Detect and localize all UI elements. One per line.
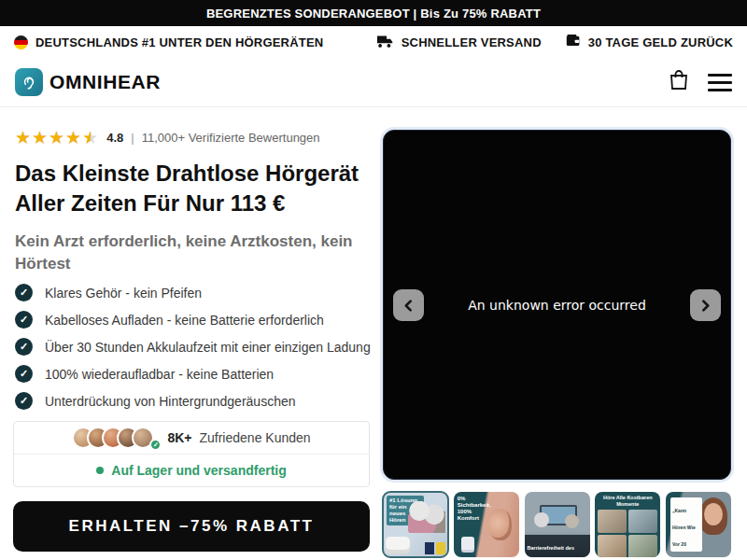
truck-icon — [376, 35, 394, 50]
rating-value: 4.8 — [106, 131, 123, 145]
reviews-count: 11,000+ Verifizierte Bewertungen — [142, 131, 320, 145]
check-icon: ✓ — [15, 284, 33, 301]
stock-status: Auf Lager und versandfertig — [111, 463, 286, 478]
usp-country-label: DEUTSCHLANDS #1 UNTER DEN HÖRGERÄTEN — [35, 35, 323, 49]
thumbnail-3[interactable]: Barrierefreiheit des täglichen Lebens — [525, 492, 590, 557]
wallet-icon — [566, 35, 581, 49]
page-subtitle: Kein Arzt erforderlich, keine Arztkosten… — [15, 231, 355, 275]
check-icon: ✓ — [15, 311, 33, 329]
usp-moneyback-label: 30 TAGE GELD ZURÜCK — [588, 35, 733, 49]
person-photo — [534, 512, 549, 527]
couple-photo — [408, 501, 445, 533]
usp-moneyback: 30 TAGE GELD ZURÜCK — [566, 35, 733, 49]
brand-wordmark: OMNIHEAR — [49, 71, 161, 93]
verified-check-icon: ✓ — [149, 439, 162, 451]
ear-photo — [487, 509, 512, 540]
benefit-item: ✓ Unterdrückung von Hintergrundgeräusche… — [15, 392, 372, 410]
thumbnail-1[interactable]: #1 Lösung für ein neues Hören — [383, 492, 448, 557]
page-title: Das Kleinste Drahtlose Hörgerät Aller Ze… — [15, 159, 362, 218]
usp-bar: DEUTSCHLANDS #1 UNTER DEN HÖRGERÄTEN SCH… — [0, 26, 747, 58]
landing-page: BEGRENZTES SONDERANGEBOT | Bis Zu 75% RA… — [0, 0, 747, 560]
usp-country: DEUTSCHLANDS #1 UNTER DEN HÖRGERÄTEN — [14, 35, 323, 49]
gallery-thumbnails: #1 Lösung für ein neues Hören 0% Sichtba… — [383, 492, 731, 557]
benefit-item: ✓ 100% wiederaufladbar - keine Batterien — [15, 365, 372, 383]
benefits-list: ✓ Klares Gehör - kein Pfeifen ✓ Kabellos… — [15, 284, 372, 410]
caption-bar: Barrierefreiheit des täglichen Lebens — [525, 535, 590, 557]
promo-text: BEGRENZTES SONDERANGEBOT | Bis Zu 75% RA… — [206, 7, 541, 21]
usp-shipping: SCHNELLER VERSAND — [376, 35, 542, 50]
ear-logo-icon — [15, 68, 43, 96]
person-photo — [565, 514, 579, 528]
cart-icon[interactable] — [669, 69, 689, 95]
benefit-item: ✓ Über 30 Stunden Akkulaufzeit mit einer… — [15, 338, 372, 356]
brand-logo[interactable]: OMNIHEAR — [15, 68, 161, 96]
star-rating-icon: ★★★★★ ★★★★★ — [15, 129, 99, 147]
photo-collage — [598, 510, 657, 557]
social-proof-box: ✓ 8K+ Zufriedene Kunden Auf Lager und ve… — [13, 421, 370, 487]
rating-row: ★★★★★ ★★★★★ 4.8 | 11,000+ Verifizierte B… — [15, 129, 320, 147]
site-header: OMNIHEAR — [0, 58, 747, 107]
check-icon: ✓ — [15, 365, 33, 383]
check-icon: ✓ — [15, 392, 33, 410]
check-icon: ✓ — [15, 338, 33, 356]
gallery-next-button[interactable] — [690, 289, 721, 321]
in-stock-dot-icon — [96, 467, 104, 474]
testimonial-quote-card: „Kann Hören Wie Vor 20 Jahren“ — [670, 497, 702, 552]
customer-avatars: ✓ — [72, 427, 160, 449]
award-badges — [425, 542, 445, 554]
product-video-player[interactable]: An unknown error occurred — [383, 130, 731, 480]
thumbnail-5[interactable]: „Kann Hören Wie Vor 20 Jahren“ — [666, 492, 731, 557]
get-discount-button[interactable]: ERHALTEN –75% RABATT — [13, 501, 370, 552]
thumbnail-4[interactable]: Höre Alle Kostbaren Momente — [595, 492, 660, 557]
customers-label: Zufriedene Kunden — [199, 430, 310, 445]
benefit-item: ✓ Klares Gehör - kein Pfeifen — [15, 284, 372, 301]
benefit-item: ✓ Kabelloses Aufladen - keine Batterie e… — [15, 311, 372, 329]
menu-icon[interactable] — [708, 74, 732, 91]
promo-bar: BEGRENZTES SONDERANGEBOT | Bis Zu 75% RA… — [0, 0, 747, 26]
hearing-aid-product — [461, 537, 474, 550]
thumbnail-2[interactable]: 0% Sichtbarkeit, 100% Komfort — [454, 492, 519, 557]
earbuds-case — [386, 537, 410, 553]
gallery-prev-button[interactable] — [393, 289, 424, 321]
video-error-message: An unknown error occurred — [384, 298, 730, 313]
rating-separator: | — [131, 131, 134, 145]
customers-count: 8K+ — [167, 430, 191, 445]
germany-flag-icon — [14, 35, 28, 49]
usp-shipping-label: SCHNELLER VERSAND — [402, 35, 542, 49]
